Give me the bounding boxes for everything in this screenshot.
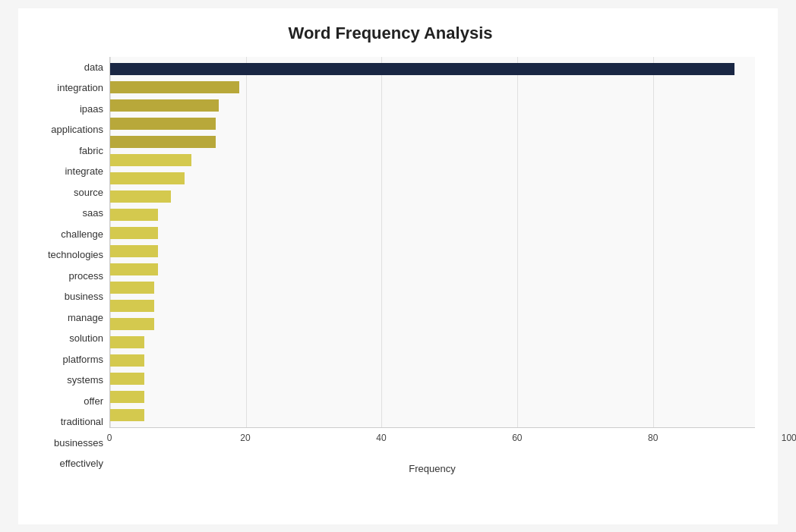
y-label: business (26, 288, 103, 305)
bar-row (110, 316, 755, 332)
y-label: process (26, 267, 103, 284)
bar-row (110, 389, 755, 405)
y-label: effectively (26, 455, 103, 472)
y-label: challenge (26, 225, 103, 242)
bar (110, 172, 185, 184)
bar-row (110, 79, 755, 96)
bar-row (110, 134, 755, 150)
x-tick: 100 (782, 433, 796, 443)
bar (110, 336, 144, 348)
bar (110, 81, 239, 93)
bar (110, 391, 144, 403)
y-label: saas (26, 205, 103, 222)
y-label: integration (26, 80, 103, 96)
y-label: offer (26, 392, 103, 409)
y-label: integrate (26, 163, 103, 180)
bar (110, 227, 158, 239)
y-label: manage (26, 309, 103, 326)
y-label: applications (26, 121, 103, 138)
bar-row (110, 61, 755, 77)
y-label: systems (26, 372, 103, 389)
y-label: businesses (26, 434, 103, 451)
chart-container: Word Frequency Analysis dataintegrationi… (18, 8, 778, 524)
bar-row (110, 243, 755, 260)
bar-row (110, 152, 755, 168)
bar (110, 99, 219, 112)
bar (110, 154, 191, 166)
chart-title: Word Frequency Analysis (26, 24, 755, 43)
x-tick: 20 (240, 433, 250, 443)
y-label: ipaas (26, 100, 103, 117)
bar (110, 354, 144, 367)
bars-and-grid: 020406080100 Frequency (109, 57, 755, 474)
bar-row (110, 188, 755, 205)
y-label: platforms (26, 351, 103, 367)
x-axis: 020406080100 (109, 431, 755, 446)
x-tick: 80 (648, 433, 658, 443)
bar-row (110, 225, 755, 241)
x-tick: 0 (107, 433, 112, 443)
chart-area: dataintegrationipaasapplicationsfabricin… (26, 57, 755, 474)
bar-row (110, 279, 755, 296)
bar-row (110, 370, 755, 387)
bar (110, 300, 154, 312)
x-tick: 40 (376, 433, 386, 443)
bar (110, 63, 734, 75)
x-tick: 60 (512, 433, 522, 443)
bar (110, 136, 216, 148)
bar-row (110, 115, 755, 132)
bar (110, 282, 154, 294)
bar-row (110, 97, 755, 114)
bars-container (110, 57, 755, 427)
bar-row (110, 170, 755, 187)
bar (110, 118, 216, 130)
bar (110, 190, 171, 203)
bar (110, 263, 158, 275)
bar-row (110, 297, 755, 314)
bar (110, 318, 154, 330)
y-label: fabric (26, 142, 103, 159)
bar-row (110, 407, 755, 423)
y-label: data (26, 58, 103, 75)
bar (110, 209, 158, 221)
y-label: source (26, 184, 103, 200)
x-axis-label: Frequency (109, 463, 755, 474)
grid-and-bars (109, 57, 755, 428)
bar (110, 373, 144, 385)
y-label: solution (26, 330, 103, 347)
bar-row (110, 206, 755, 223)
bar (110, 245, 158, 257)
y-label: technologies (26, 247, 103, 263)
bar-row (110, 334, 755, 351)
bar-row (110, 352, 755, 369)
y-axis: dataintegrationipaasapplicationsfabricin… (26, 57, 109, 474)
y-label: traditional (26, 414, 103, 430)
bar-row (110, 261, 755, 278)
bar (110, 409, 144, 421)
